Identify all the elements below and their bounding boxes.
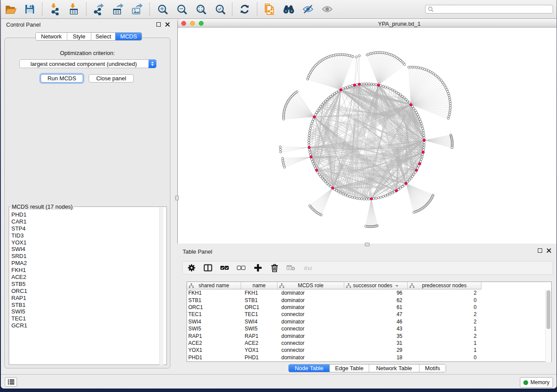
table-row[interactable]: ACE2ACE2connector311 <box>187 340 545 347</box>
table-cell: 1 <box>408 326 481 332</box>
table-cell: 2 <box>408 319 481 325</box>
network-canvas[interactable] <box>178 28 557 244</box>
tab-network-table[interactable]: Network Table <box>369 364 419 372</box>
window-close-icon[interactable] <box>181 21 186 26</box>
mcds-result-item[interactable]: RAP1 <box>9 295 158 302</box>
add-icon[interactable] <box>253 264 262 272</box>
mcds-result-item[interactable]: TID3 <box>9 232 158 239</box>
mcds-result-item[interactable]: PHD1 <box>9 211 158 218</box>
mcds-result-item[interactable]: ORC1 <box>9 288 158 295</box>
columns-icon[interactable] <box>204 264 212 272</box>
table-panel-float-icon[interactable] <box>538 248 542 253</box>
run-mcds-button[interactable]: Run MCDS <box>41 74 83 83</box>
mcds-result-item[interactable]: TEC1 <box>9 315 158 322</box>
gear-icon[interactable] <box>187 264 196 272</box>
table-row[interactable]: SWI4SWI4dominator462 <box>187 318 545 325</box>
show-eye-icon[interactable] <box>321 3 333 15</box>
mcds-result-scrollbar[interactable] <box>159 207 163 365</box>
tab-select[interactable]: Select <box>91 33 115 40</box>
table-cell: ORC1 <box>241 304 277 310</box>
window-maximize-icon[interactable] <box>199 21 204 26</box>
table-row[interactable]: PHD1PHD1dominator180 <box>187 354 545 361</box>
column-header-name[interactable]: name <box>241 282 277 289</box>
mcds-result-item[interactable]: SWI4 <box>9 246 158 253</box>
table-row[interactable]: ORC1ORC1dominator610 <box>187 304 545 311</box>
import-table-icon[interactable] <box>68 3 80 15</box>
export-image-icon[interactable] <box>131 3 143 15</box>
export-network-icon[interactable] <box>93 3 105 15</box>
select-all-icon[interactable] <box>220 264 229 272</box>
table-scrollbar[interactable] <box>545 289 551 362</box>
refresh-icon[interactable] <box>239 3 251 15</box>
tab-node-table[interactable]: Node Table <box>289 364 329 372</box>
mcds-result-item[interactable]: CAR1 <box>9 218 158 225</box>
tab-mcds[interactable]: MCDS <box>115 33 142 40</box>
trash-icon[interactable] <box>270 264 279 272</box>
mcds-result-item[interactable]: STP4 <box>9 225 158 232</box>
table-panel-close-icon[interactable] <box>547 248 551 253</box>
table-cell: connector <box>277 340 344 346</box>
table-row[interactable]: FKH1FKH1dominator962 <box>187 289 545 296</box>
mcds-result-item[interactable]: SWI5 <box>9 308 158 315</box>
mcds-result-item[interactable]: YOX1 <box>9 239 158 246</box>
mcds-result-item[interactable]: FKH1 <box>9 267 158 274</box>
zoom-fit-icon[interactable] <box>194 3 207 15</box>
memory-button[interactable]: Memory <box>520 377 553 388</box>
table-scrollbar-thumb[interactable] <box>547 290 550 329</box>
table-row[interactable]: YOX1YOX1connector291 <box>187 347 545 354</box>
mcds-result-box: PHD1CAR1STP4TID3YOX1SWI4SRD1PMA2FKH1ACE2… <box>9 206 167 365</box>
binoculars-icon[interactable] <box>283 3 295 15</box>
deselect-all-icon[interactable] <box>237 264 246 272</box>
tab-style[interactable]: Style <box>67 33 91 40</box>
svg-text:f(x): f(x) <box>304 265 312 270</box>
save-icon[interactable] <box>24 3 36 15</box>
search-field[interactable] <box>425 5 553 14</box>
table-cell: PHD1 <box>187 354 241 361</box>
mcds-result-item[interactable]: SRD1 <box>9 253 158 260</box>
table-row[interactable]: SWI5SWI5connector431 <box>187 325 545 332</box>
export-table-icon[interactable] <box>112 3 124 15</box>
task-history-button[interactable] <box>5 377 17 387</box>
optimization-criterion-label: Optimization criterion: <box>4 50 170 56</box>
tab-network[interactable]: Network <box>36 33 67 40</box>
share-document-icon[interactable] <box>263 3 276 15</box>
table-row[interactable]: TEC1TEC1connector472 <box>187 311 545 318</box>
graph-fan-edges <box>280 52 453 227</box>
table-cell: SWI4 <box>241 319 277 325</box>
network-window-title: YPA_prune.txt_1 <box>312 21 487 27</box>
open-folder-icon[interactable] <box>4 3 17 15</box>
horizontal-splitter-grip[interactable] <box>365 243 370 246</box>
mcds-result-item[interactable]: ACE2 <box>9 274 158 281</box>
column-header-successor-nodes[interactable]: successor nodes <box>344 282 408 289</box>
tab-edge-table[interactable]: Edge Table <box>329 364 369 372</box>
vertical-splitter-grip[interactable] <box>175 196 179 200</box>
import-network-icon[interactable] <box>48 3 61 15</box>
close-panel-button[interactable]: Close panel <box>89 74 134 83</box>
zoom-out-icon[interactable] <box>175 3 187 15</box>
table-cell: 2 <box>408 333 481 339</box>
control-panel-float-icon[interactable] <box>156 22 161 27</box>
control-panel-close-icon[interactable] <box>165 22 170 27</box>
status-bar: Memory <box>1 374 557 389</box>
column-header-predecessor-nodes[interactable]: predecessor nodes <box>408 282 481 289</box>
criterion-value: largest connected component (undirected) <box>20 61 149 67</box>
window-minimize-icon[interactable] <box>190 21 195 26</box>
table-cell: ACE2 <box>241 340 277 346</box>
mcds-result-item[interactable]: STB1 <box>9 302 158 309</box>
network-window-titlebar[interactable]: YPA_prune.txt_1 <box>178 19 557 28</box>
criterion-dropdown[interactable]: largest connected component (undirected) <box>19 59 156 68</box>
function-icon: f(x) <box>303 264 312 272</box>
mcds-result-item[interactable]: GCR1 <box>9 322 158 329</box>
mcds-result-item[interactable]: STB5 <box>9 281 158 288</box>
column-header-MCDS-role[interactable]: MCDS role <box>277 282 344 289</box>
table-row[interactable]: RAP1RAP1dominator352 <box>187 332 545 339</box>
search-input[interactable] <box>434 6 553 13</box>
tab-motifs[interactable]: Motifs <box>419 364 446 372</box>
column-header-shared-name[interactable]: shared name <box>187 282 241 289</box>
zoom-in-icon[interactable] <box>156 3 168 15</box>
mcds-result-item[interactable]: PMA2 <box>9 260 158 267</box>
zoom-selected-icon[interactable] <box>214 3 226 15</box>
table-row[interactable]: STB1STB1dominator620 <box>187 296 545 303</box>
toolbar-separator <box>86 3 86 16</box>
hide-eye-icon[interactable] <box>302 3 314 15</box>
